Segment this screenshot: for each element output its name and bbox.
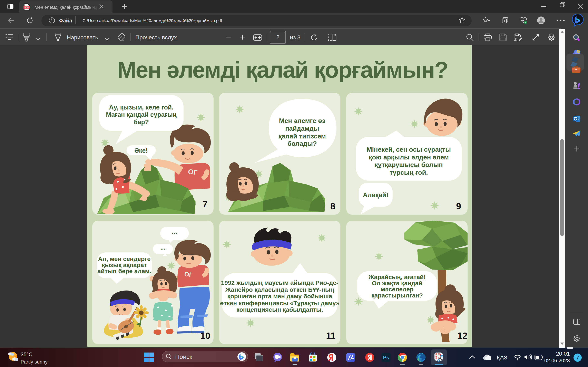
svg-text:ОГ: ОГ: [184, 271, 193, 278]
svg-text:Мен әлемге өз: Мен әлемге өз: [279, 117, 325, 124]
svg-text:айтып бере алам.: айтып бере алам.: [97, 268, 151, 275]
svg-text:10: 10: [200, 331, 210, 341]
svg-text:11: 11: [326, 331, 336, 341]
svg-text:12: 12: [457, 331, 467, 341]
svg-text:Ps: Ps: [383, 355, 389, 360]
svg-text:Ол жақта қандай: Ол жақта қандай: [372, 280, 422, 286]
svg-text:Жарайсың, ағатай!: Жарайсың, ағатай!: [368, 274, 426, 280]
svg-text:Алақай!: Алақай!: [363, 191, 388, 199]
svg-text:қызық ақпарат: қызық ақпарат: [102, 262, 147, 268]
svg-text:8: 8: [330, 201, 335, 211]
svg-text:ОГ: ОГ: [188, 167, 198, 176]
svg-text:Мінекей, сен осы сұрақты: Мінекей, сен осы сұрақты: [367, 146, 451, 153]
svg-text:қоршаған орта мен даму бойынша: қоршаған орта мен даму бойынша: [227, 293, 332, 300]
svg-text:Ау, қызым, келе ғой.: Ау, қызым, келе ғой.: [109, 104, 173, 111]
svg-text:концепциясын қабылдапты.: концепциясын қабылдапты.: [236, 306, 323, 313]
svg-text:қалай тигізсем: қалай тигізсем: [278, 133, 326, 140]
svg-text:Әке!: Әке!: [134, 147, 148, 154]
svg-text:...: ...: [160, 244, 165, 251]
svg-text:тұрсың ғой.: тұрсың ғой.: [389, 169, 428, 176]
svg-text:Жанейро қаласында өткен БҰҰ-ны: Жанейро қаласында өткен БҰҰ-ның: [225, 286, 334, 293]
svg-text:бар?: бар?: [134, 118, 149, 125]
svg-text:пайдамды: пайдамды: [285, 125, 319, 132]
svg-text:болады?: болады?: [287, 140, 317, 147]
svg-text:Маған қандай сұрағың: Маған қандай сұрағың: [106, 111, 177, 118]
svg-text:мәселелер: мәселелер: [380, 286, 414, 292]
svg-text:1992 жылдың маусым айында Рио-: 1992 жылдың маусым айында Рио-де-: [221, 279, 338, 286]
svg-text:қарастырылған?: қарастырылған?: [371, 292, 423, 299]
svg-text:9: 9: [456, 201, 461, 211]
svg-text:...: ...: [172, 227, 177, 235]
svg-text:құтқарушысы болып: құтқарушысы болып: [375, 161, 443, 168]
svg-text:қою арқылы әлден әлем: қою арқылы әлден әлем: [369, 154, 449, 161]
svg-text:Ал, мен сендерге: Ал, мен сендерге: [98, 256, 150, 262]
svg-text:өткен конференциясы «Тұрақты д: өткен конференциясы «Тұрақты даму»: [220, 300, 339, 307]
svg-text:7: 7: [203, 199, 208, 209]
svg-text:PDF: PDF: [25, 6, 29, 8]
